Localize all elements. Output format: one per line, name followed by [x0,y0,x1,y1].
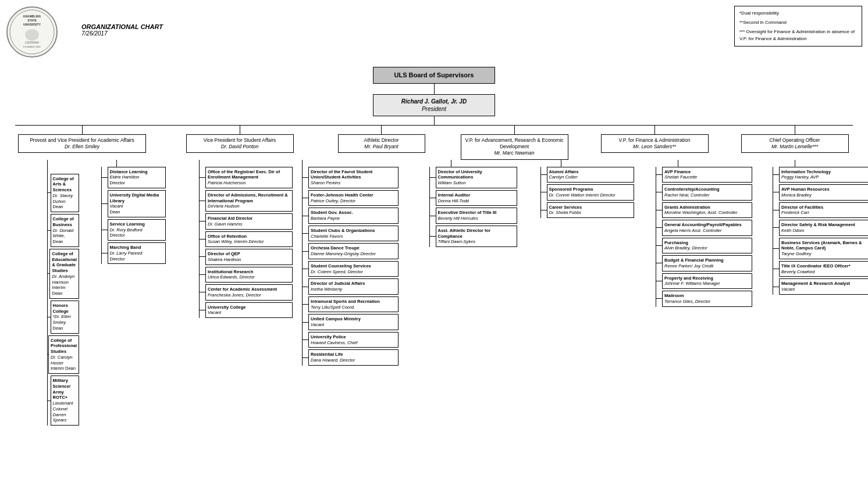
college-business-title: College of Business [53,216,77,228]
page: GRAMBLING STATE UNIVERSITY LOUISIANA FOU… [0,0,868,504]
list-item: University Police Howard Caviness, Chief [303,332,399,348]
conn-board-pres [6,84,862,94]
list-item: Title IX Coordinator /EEO Officer* Bever… [773,261,868,277]
student-right: Director of the Favrot Student Union/Stu… [252,160,351,366]
college-arts-sub: Dean [53,204,77,210]
col-student: Vice President for Student Affairs Dr. D… [173,126,307,159]
list-item: College of Arts & Sciences Dr. Stacey Du… [48,174,79,213]
college-edu-title: College of Educational & Graduate Studie… [52,251,77,274]
athletic-title: Athletic Director [341,137,422,144]
info-tech-box: Information Technology Peggy Hanley, AVP [779,167,868,183]
chart-title: ORGANIZATIONAL CHART [81,23,163,30]
military-name: Lieutenant Colonel Darren Spears [53,401,77,423]
safety-risk-box: Director Safety & Risk Management Keith … [779,220,868,236]
student-children: Office of the Registrar/ Exec. Dir of En… [150,160,400,366]
favrot-box: Director of the Favrot Student Union/Stu… [308,167,399,188]
list-item: Management & Research Analyst Vacant [773,278,868,295]
college-edu-box: College of Educational & Graduate Studie… [49,249,79,299]
advancement-children: Alumni Affairs Carolyn Collier Sponsored… [503,160,619,219]
finance-children: AVP Finance Sheilah Faucette Controllers… [620,160,736,307]
president-box: Richard J. Gallot, Jr. JD President [373,94,495,116]
legend-line1: *Dual responsibility [739,10,857,17]
l2-vlines: Provost and Vice President for Academic … [15,126,853,159]
avp-hr-box: AVP Human Resources Monica Bradley [779,184,868,201]
col-coo: Chief Operating Officer Mr. Martin Lemel… [737,126,853,159]
student-gov-box: Student Gov. Assoc. Barbara Payne [308,208,399,224]
athletic-children: Director of University Communications Wi… [400,160,502,248]
gsu-logo: GRAMBLING STATE UNIVERSITY LOUISIANA FOU… [6,6,58,58]
list-item: Student Counseling Services Dr. Coleen S… [303,261,399,277]
student-clubs-box: Student Clubs & Organizations Charlette … [308,226,399,242]
mgmt-research-box: Management & Research Analyst Vacant [779,278,868,295]
facilities-box: Director of Facilities Frederick Carr [779,202,868,219]
col-provost: Provost and Vice President for Academic … [15,126,149,159]
svg-text:UNIVERSITY: UNIVERSITY [23,23,41,26]
list-item: College of Business Dr. Donald White, De… [48,214,79,247]
svg-text:FOUNDED 1901: FOUNDED 1901 [23,45,41,48]
board-label: ULS Board of Supervisors [394,72,474,78]
honors-college-sub: Dean [53,326,77,331]
business-services-box: Business Services (Aramark, Barnes & Nob… [779,238,868,259]
provost-right: Distance Learning Eldrie Hamilton Direct… [83,160,150,426]
svg-text:LOUISIANA: LOUISIANA [25,41,39,44]
vp-academic-name: Dr. Ellen Smiley [21,144,143,150]
athletic-name: Mr. Paul Bryant [341,144,422,150]
list-item: Orchesia Dance Troupe Dianne Maroney-Gri… [303,243,399,259]
list-item: Foster-Johnson Health Center Patrice Out… [303,190,399,206]
list-item: Student Clubs & Organizations Charlette … [303,226,399,242]
united-campus-box: United Campus Ministry Vacant [308,314,399,330]
list-item: Business Services (Aramark, Barnes & Nob… [773,238,868,259]
org-chart: ULS Board of Supervisors Richard J. Gall… [6,67,862,426]
coo-name: Mr. Martin Lemelle*** [744,144,846,150]
president-name: Richard J. Gallot, Jr. JD [378,98,490,105]
orchesia-box: Orchesia Dance Troupe Dianne Maroney-Gri… [308,243,399,259]
intramural-box: Intramural Sports and Recreation Terry L… [308,296,399,313]
military-title: Military Science/ Army ROTC+ [53,378,77,401]
honors-college-box: Honors College *Dr. Ellen Smiley Dean [51,301,79,334]
honors-college-name: *Dr. Ellen Smiley [53,314,77,326]
vp-academic-title: Provost and Vice President for Academic … [21,137,143,144]
vp-student-box: Vice President for Student Affairs Dr. D… [186,134,294,153]
chart-date: 7/26/2017 [81,30,163,37]
vp-advancement-name: Mr. Marc Newman [464,150,565,156]
list-item: AVP Human Resources Monica Bradley [773,184,868,201]
list-item: College of Educational & Graduate Studie… [48,249,79,299]
provost-children: College of Arts & Sciences Dr. Stacey Du… [15,160,149,426]
l3-row: College of Arts & Sciences Dr. Stacey Du… [15,160,853,426]
list-item: Intramural Sports and Recreation Terry L… [303,296,399,313]
president-row: Richard J. Gallot, Jr. JD President [6,94,862,116]
college-edu-sub: Interim Dean [52,285,77,296]
col-athletic: Athletic Director Mr. Paul Bryant [330,126,432,159]
residential-life-box: Residential Life Dana Howard, Director [308,349,399,366]
provost-colleges: College of Arts & Sciences Dr. Stacey Du… [15,160,79,426]
list-item: Residential Life Dana Howard, Director [303,349,399,366]
list-item: Director of the Favrot Student Union/Stu… [303,167,399,188]
asst-athletic-box: Asst. Athletic Director for Compliance T… [436,226,517,247]
counseling-box: Student Counseling Services Dr. Coleen S… [308,261,399,277]
univ-police-box: University Police Howard Caviness, Chief [308,332,399,348]
judicial-affairs-box: Director of Judicial Affairs Inetha Wimb… [308,278,399,295]
athletic-box: Athletic Director Mr. Paul Bryant [338,134,425,153]
board-box: ULS Board of Supervisors [373,67,495,84]
coo-title: Chief Operating Officer [744,137,846,144]
college-business-name: Dr. Donald White, [53,228,77,240]
list-item: Student Gov. Assoc. Barbara Payne [303,208,399,224]
conn-pres-l2 [6,116,862,125]
president-title: President [378,105,490,113]
list-item: Honors College *Dr. Ellen Smiley Dean [48,301,79,334]
college-prof-box: College of Professional Studies Dr. Caro… [48,335,79,374]
svg-text:GRAMBLING: GRAMBLING [23,15,41,18]
board-row: ULS Board of Supervisors [6,67,862,84]
college-arts-name: Dr. Stacey Duhon [53,193,77,205]
college-arts-box: College of Arts & Sciences Dr. Stacey Du… [51,174,79,213]
vp-advancement-box: V.P. for Advancement, Research & Economi… [461,134,568,159]
college-prof-name: Dr. Carolyn Hester [51,355,77,366]
vp-academic-box: Provost and Vice President for Academic … [18,134,146,153]
coo-box: Chief Operating Officer Mr. Martin Lemel… [741,134,849,153]
college-arts-title: College of Arts & Sciences [53,176,77,193]
svg-text:STATE: STATE [27,19,37,22]
vp-finance-title: V.P. for Finance & Administration [604,137,706,144]
list-item: United Campus Ministry Vacant [303,314,399,330]
college-business-sub: Dean [53,239,77,245]
legend-line2: **Second in Command [739,19,857,26]
